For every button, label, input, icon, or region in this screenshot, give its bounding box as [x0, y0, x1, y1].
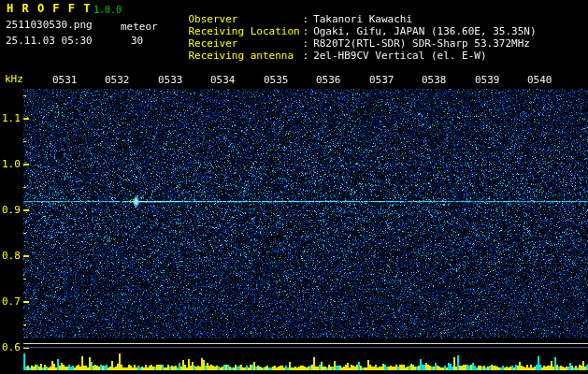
hrofft-output: H R O F F T 1.0.0 2511030530.png meteor … [0, 0, 588, 374]
y-tick-label: 0.8 [2, 251, 20, 262]
y-tick-label: 1.0 [2, 159, 20, 170]
x-tick-label: 0539 [475, 75, 500, 86]
duration-minutes: 30 [131, 36, 143, 47]
y-tick-label: 0.6 [2, 342, 20, 353]
x-tick-label: 0534 [210, 75, 236, 86]
x-tick-label: 0540 [527, 75, 552, 86]
x-tick-label: 0537 [369, 75, 394, 86]
info-row-antenna: Receiving antenna:2el-HB9CV Vertical (el… [164, 39, 487, 73]
output-filename: 2511030530.png [6, 20, 93, 31]
y-tick-label: 0.7 [2, 296, 20, 308]
info-value: 2el-HB9CV Vertical (el. E-W) [313, 50, 486, 62]
x-tick-label: 0535 [264, 75, 289, 86]
x-tick-label: 0532 [105, 75, 130, 86]
x-tick-label: 0536 [316, 75, 341, 86]
app-version: 1.0.0 [93, 5, 122, 16]
y-tick-label: 0.9 [2, 205, 20, 216]
info-colon: : [303, 50, 309, 62]
x-tick-label: 0538 [422, 75, 447, 86]
y-tick-label: 1.1 [2, 113, 20, 124]
x-tick-label: 0533 [158, 75, 183, 86]
start-datetime: 25.11.03 05:30 [6, 36, 93, 47]
mode-label: meteor [121, 22, 158, 33]
freq-unit-label: kHz [5, 74, 23, 85]
info-label: Receiving antenna [189, 50, 303, 62]
x-tick-label: 0531 [52, 75, 78, 86]
app-title: H R O F F T [7, 3, 91, 14]
